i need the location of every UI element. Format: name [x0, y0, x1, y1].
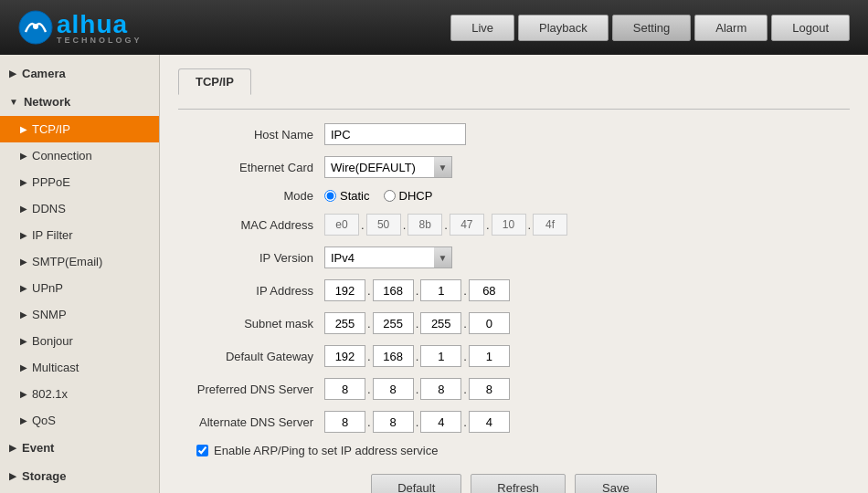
pdns-label: Preferred DNS Server — [178, 383, 324, 396]
sidebar-label-qos: QoS — [32, 414, 56, 427]
ip-seg-2[interactable] — [420, 279, 461, 301]
gw-seg-2[interactable] — [420, 345, 461, 367]
ip-seg-1[interactable] — [373, 279, 414, 301]
svg-point-1 — [33, 24, 38, 29]
nav-alarm[interactable]: Alarm — [694, 15, 767, 41]
save-button[interactable]: Save — [575, 474, 657, 493]
main-layout: ▶ Camera ▼ Network ▶ TCP/IP ▶ Connection… — [0, 55, 868, 493]
arrow-bonjour: ▶ — [20, 336, 27, 346]
sidebar-label-multicast: Multicast — [32, 361, 79, 374]
ipaddress-label: IP Address — [178, 284, 324, 298]
pdns-seg-2[interactable] — [420, 378, 461, 400]
gw-seg-3[interactable] — [469, 345, 510, 367]
sidebar-section-event[interactable]: ▶ Event — [0, 434, 159, 462]
sidebar-label-bonjour: Bonjour — [32, 334, 73, 348]
refresh-button[interactable]: Refresh — [471, 474, 566, 493]
form-row-subnet: Subnet mask . . . — [178, 312, 850, 334]
pdns-seg-3[interactable] — [469, 378, 510, 400]
nav-playback[interactable]: Playback — [518, 15, 609, 41]
arrow-upnp: ▶ — [20, 283, 27, 293]
sidebar-item-8021x[interactable]: ▶ 802.1x — [0, 381, 159, 407]
hostname-input[interactable] — [324, 123, 466, 145]
sidebar-item-multicast[interactable]: ▶ Multicast — [0, 354, 159, 381]
form-row-hostname: Host Name — [178, 123, 850, 145]
adns-label: Alternate DNS Server — [178, 415, 324, 429]
sidebar-header-event[interactable]: ▶ Event — [0, 434, 159, 462]
form-row-ipaddress: IP Address . . . — [178, 279, 850, 301]
ipversion-value: IPv4 ▼ — [324, 246, 452, 268]
subnet-seg-1[interactable] — [373, 312, 414, 334]
arrow-8021x: ▶ — [20, 389, 27, 399]
mode-dhcp-radio[interactable] — [384, 190, 396, 202]
ipversion-select[interactable]: IPv4 — [324, 246, 452, 268]
ip-seg-3[interactable] — [469, 279, 510, 301]
subnet-seg-2[interactable] — [420, 312, 461, 334]
tab-divider — [178, 109, 850, 110]
form-row-pdns: Preferred DNS Server . . . — [178, 378, 850, 400]
gw-seg-0[interactable] — [324, 345, 365, 367]
nav-live[interactable]: Live — [450, 15, 514, 41]
mode-dhcp-label[interactable]: DHCP — [384, 189, 433, 203]
sidebar-item-ipfilter[interactable]: ▶ IP Filter — [0, 222, 159, 248]
sidebar-header-camera[interactable]: ▶ Camera — [0, 59, 159, 88]
ethernet-select[interactable]: Wire(DEFAULT) — [324, 156, 452, 178]
tab-bar: TCP/IP — [178, 68, 850, 95]
sidebar-label-ddns: DDNS — [32, 202, 66, 215]
gw-seg-1[interactable] — [373, 345, 414, 367]
adns-seg-2[interactable] — [420, 411, 461, 433]
gateway-value: . . . — [324, 345, 510, 367]
arp-ping-checkbox[interactable] — [196, 445, 208, 456]
sidebar-header-network[interactable]: ▼ Network — [0, 88, 159, 116]
sidebar-section-camera[interactable]: ▶ Camera — [0, 59, 159, 88]
adns-seg-3[interactable] — [469, 411, 510, 433]
sidebar-item-pppoe[interactable]: ▶ PPPoE — [0, 169, 159, 195]
pdns-seg-1[interactable] — [373, 378, 414, 400]
sidebar-label-tcpip: TCP/IP — [32, 122, 70, 136]
pdns-seg-0[interactable] — [324, 378, 365, 400]
sidebar-item-qos[interactable]: ▶ QoS — [0, 407, 159, 434]
mac-seg-2 — [408, 214, 442, 236]
sidebar-header-storage[interactable]: ▶ Storage — [0, 462, 159, 490]
sidebar-item-bonjour[interactable]: ▶ Bonjour — [0, 328, 159, 354]
arrow-ipfilter: ▶ — [20, 230, 27, 240]
ipversion-select-wrapper: IPv4 ▼ — [324, 246, 452, 268]
mac-value: . . . . . — [324, 214, 567, 236]
mac-seg-5 — [533, 214, 567, 236]
adns-seg-0[interactable] — [324, 411, 365, 433]
subnet-label: Subnet mask — [178, 317, 324, 330]
arrow-storage: ▶ — [9, 471, 16, 481]
sidebar-item-upnp[interactable]: ▶ UPnP — [0, 275, 159, 301]
sidebar-label-smtp: SMTP(Email) — [32, 255, 102, 268]
sidebar-label-upnp: UPnP — [32, 281, 63, 295]
mode-static-radio[interactable] — [324, 190, 336, 202]
ethernet-value: Wire(DEFAULT) ▼ — [324, 156, 452, 178]
hostname-value — [324, 123, 466, 145]
arrow-smtp: ▶ — [20, 257, 27, 267]
sidebar-item-connection[interactable]: ▶ Connection — [0, 142, 159, 169]
arrow-qos: ▶ — [20, 415, 27, 425]
hostname-label: Host Name — [178, 128, 324, 142]
sidebar-item-ddns[interactable]: ▶ DDNS — [0, 195, 159, 222]
gateway-label: Default Gateway — [178, 350, 324, 363]
mode-static-label[interactable]: Static — [324, 189, 370, 203]
nav-logout[interactable]: Logout — [771, 15, 850, 41]
sidebar-item-tcpip[interactable]: ▶ TCP/IP — [0, 116, 159, 142]
mac-seg-0 — [324, 214, 359, 236]
tab-tcpip[interactable]: TCP/IP — [178, 68, 251, 95]
sidebar-section-storage[interactable]: ▶ Storage — [0, 462, 159, 490]
ip-seg-0[interactable] — [324, 279, 365, 301]
sidebar-item-smtp[interactable]: ▶ SMTP(Email) — [0, 248, 159, 275]
header: alhua TECHNOLOGY Live Playback Setting A… — [0, 0, 868, 55]
arrow-tcpip: ▶ — [20, 124, 27, 134]
subnet-seg-3[interactable] — [469, 312, 510, 334]
logo-icon — [18, 10, 53, 45]
arrow-multicast: ▶ — [20, 362, 27, 372]
sidebar-item-snmp[interactable]: ▶ SNMP — [0, 301, 159, 328]
sidebar-section-network[interactable]: ▼ Network ▶ TCP/IP ▶ Connection ▶ PPPoE … — [0, 88, 159, 434]
adns-seg-1[interactable] — [373, 411, 414, 433]
default-button[interactable]: Default — [371, 474, 461, 493]
subnet-seg-0[interactable] — [324, 312, 365, 334]
form-row-mode: Mode Static DHCP — [178, 189, 850, 203]
ethernet-select-wrapper: Wire(DEFAULT) ▼ — [324, 156, 452, 178]
nav-setting[interactable]: Setting — [612, 15, 691, 41]
